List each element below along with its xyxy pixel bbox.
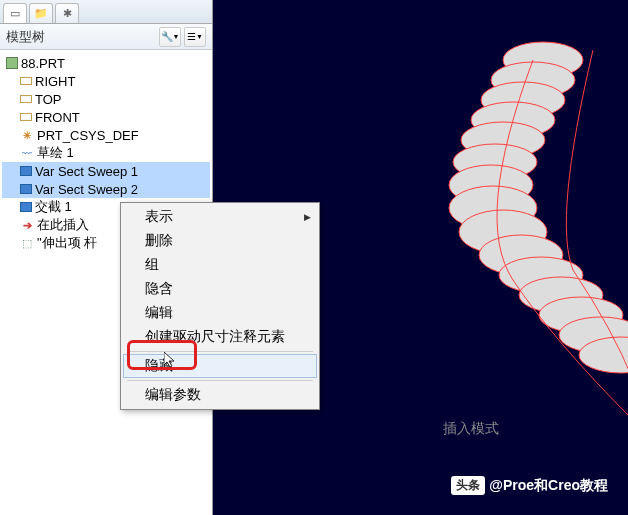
var-sweep-1-icon [20,166,32,176]
tree-root[interactable]: 88.PRT [2,54,210,72]
tree-item-label: "伸出项 杆 [37,234,97,252]
panel-header: 模型树 🔧▼ ☰▼ [0,24,212,50]
var-sweep-2[interactable]: Var Sect Sweep 2 [2,180,210,198]
csys-def-icon: ✳ [20,128,34,142]
watermark-text: @Proe和Creo教程 [489,477,608,495]
datum-front[interactable]: FRONT [2,108,210,126]
tab-favorites[interactable]: ✱ [55,3,79,23]
menu-item-label: 编辑 [145,304,173,322]
menu-hide[interactable]: 隐藏 [123,354,317,378]
menu-represent[interactable]: 表示 [123,205,317,229]
menu-group[interactable]: 组 [123,253,317,277]
tab-tree[interactable]: ▭ [3,3,27,23]
menu-create-driving-dim[interactable]: 创建驱动尺寸注释元素 [123,325,317,349]
csys-def[interactable]: ✳PRT_CSYS_DEF [2,126,210,144]
star-icon: ✱ [63,7,72,20]
tree-item-label: Var Sect Sweep 2 [35,182,138,197]
panel-title: 模型树 [6,28,45,46]
var-sweep-1[interactable]: Var Sect Sweep 1 [2,162,210,180]
tree-item-label: PRT_CSYS_DEF [37,128,139,143]
menu-item-label: 表示 [145,208,173,226]
sidebar-tabs: ▭ 📁 ✱ [0,0,212,24]
datum-top-icon [20,95,32,103]
datum-right[interactable]: RIGHT [2,72,210,90]
var-sweep-2-icon [20,184,32,194]
datum-front-icon [20,113,32,121]
panel-tools: 🔧▼ ☰▼ [159,27,206,47]
menu-item-label: 编辑参数 [145,386,201,404]
menu-edit-params[interactable]: 编辑参数 [123,383,317,407]
tree-root-label: 88.PRT [21,56,65,71]
menu-separator [127,351,313,352]
part-icon [6,57,18,69]
tab-folders[interactable]: 📁 [29,3,53,23]
hammer-icon: 🔧 [161,31,173,42]
tree-item-label: 交截 1 [35,198,72,216]
list-icon: ☰ [187,31,196,42]
sketch-1-icon: 〰 [20,146,34,160]
tree-item-label: Var Sect Sweep 1 [35,164,138,179]
wireframe-geometry [449,42,628,420]
tool-settings[interactable]: 🔧▼ [159,27,181,47]
sketch-1[interactable]: 〰草绘 1 [2,144,210,162]
watermark: 头条 @Proe和Creo教程 [451,476,608,495]
folder-icon: 📁 [34,7,48,20]
tool-show[interactable]: ☰▼ [184,27,206,47]
menu-separator [127,380,313,381]
datum-right-icon [20,77,32,85]
menu-delete[interactable]: 删除 [123,229,317,253]
extrude-item-icon: ⬚ [20,236,34,250]
tree-item-label: 草绘 1 [37,144,74,162]
intersect-1-icon [20,202,32,212]
menu-item-label: 组 [145,256,159,274]
tree-item-label: FRONT [35,110,80,125]
insert-here-icon: ➔ [20,218,34,232]
tree-item-label: 在此插入 [37,216,89,234]
watermark-chip: 头条 [451,476,485,495]
menu-edit[interactable]: 编辑 [123,301,317,325]
insert-mode-label: 插入模式 [443,420,499,438]
menu-suppress[interactable]: 隐含 [123,277,317,301]
context-menu[interactable]: 表示删除组隐含编辑创建驱动尺寸注释元素隐藏编辑参数 [120,202,320,410]
menu-item-label: 隐藏 [145,357,173,375]
menu-item-label: 隐含 [145,280,173,298]
tree-item-label: TOP [35,92,62,107]
menu-item-label: 删除 [145,232,173,250]
menu-item-label: 创建驱动尺寸注释元素 [145,328,285,346]
tree-icon: ▭ [10,7,20,20]
datum-top[interactable]: TOP [2,90,210,108]
tree-item-label: RIGHT [35,74,75,89]
